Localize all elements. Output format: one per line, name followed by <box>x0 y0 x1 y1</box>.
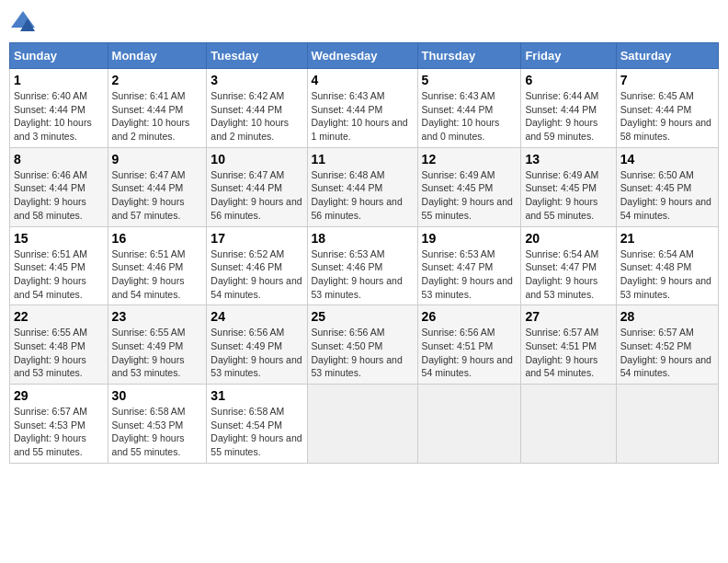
day-header-saturday: Saturday <box>616 43 718 69</box>
day-number: 23 <box>112 309 203 324</box>
calendar-cell: 13 Sunrise: 6:49 AMSunset: 4:45 PMDaylig… <box>521 147 616 226</box>
day-number: 10 <box>210 152 302 167</box>
calendar-cell: 7 Sunrise: 6:45 AMSunset: 4:44 PMDayligh… <box>616 69 718 148</box>
day-header-thursday: Thursday <box>417 43 521 69</box>
calendar-cell: 21 Sunrise: 6:54 AMSunset: 4:48 PMDaylig… <box>616 226 718 305</box>
day-number: 8 <box>14 152 104 167</box>
day-number: 12 <box>422 152 518 167</box>
day-info: Sunrise: 6:40 AMSunset: 4:44 PMDaylight:… <box>14 90 92 142</box>
calendar-cell: 8 Sunrise: 6:46 AMSunset: 4:44 PMDayligh… <box>10 147 108 226</box>
day-header-monday: Monday <box>108 43 207 69</box>
day-info: Sunrise: 6:57 AMSunset: 4:52 PMDaylight:… <box>620 327 711 378</box>
calendar-cell: 5 Sunrise: 6:43 AMSunset: 4:44 PMDayligh… <box>417 69 521 148</box>
calendar-week-3: 15 Sunrise: 6:51 AMSunset: 4:45 PMDaylig… <box>10 226 719 305</box>
calendar-week-4: 22 Sunrise: 6:55 AMSunset: 4:48 PMDaylig… <box>10 305 719 385</box>
day-info: Sunrise: 6:55 AMSunset: 4:48 PMDaylight:… <box>14 327 87 378</box>
day-info: Sunrise: 6:49 AMSunset: 4:45 PMDaylight:… <box>525 169 598 221</box>
calendar-cell: 14 Sunrise: 6:50 AMSunset: 4:45 PMDaylig… <box>616 147 718 226</box>
day-info: Sunrise: 6:57 AMSunset: 4:53 PMDaylight:… <box>14 406 87 457</box>
day-info: Sunrise: 6:58 AMSunset: 4:53 PMDaylight:… <box>112 406 186 457</box>
calendar-cell: 28 Sunrise: 6:57 AMSunset: 4:52 PMDaylig… <box>616 305 718 385</box>
day-info: Sunrise: 6:43 AMSunset: 4:44 PMDaylight:… <box>422 90 500 142</box>
day-info: Sunrise: 6:57 AMSunset: 4:51 PMDaylight:… <box>525 327 598 378</box>
day-number: 5 <box>422 73 518 87</box>
day-number: 17 <box>210 231 302 246</box>
day-number: 16 <box>112 231 203 246</box>
calendar-cell: 27 Sunrise: 6:57 AMSunset: 4:51 PMDaylig… <box>521 305 616 385</box>
calendar-cell: 15 Sunrise: 6:51 AMSunset: 4:45 PMDaylig… <box>10 226 108 305</box>
day-number: 22 <box>14 309 104 324</box>
calendar-cell: 16 Sunrise: 6:51 AMSunset: 4:46 PMDaylig… <box>108 226 207 305</box>
day-number: 11 <box>312 152 414 167</box>
calendar-cell: 20 Sunrise: 6:54 AMSunset: 4:47 PMDaylig… <box>521 226 616 305</box>
day-info: Sunrise: 6:42 AMSunset: 4:44 PMDaylight:… <box>210 90 289 142</box>
logo-icon <box>9 9 37 37</box>
calendar-table: SundayMondayTuesdayWednesdayThursdayFrid… <box>9 42 719 464</box>
calendar-cell: 3 Sunrise: 6:42 AMSunset: 4:44 PMDayligh… <box>207 69 307 148</box>
day-number: 18 <box>312 231 414 246</box>
calendar-cell: 30 Sunrise: 6:58 AMSunset: 4:53 PMDaylig… <box>108 385 207 464</box>
day-info: Sunrise: 6:48 AMSunset: 4:44 PMDaylight:… <box>312 169 403 221</box>
day-info: Sunrise: 6:54 AMSunset: 4:48 PMDaylight:… <box>620 248 711 300</box>
day-header-tuesday: Tuesday <box>207 43 307 69</box>
calendar-week-2: 8 Sunrise: 6:46 AMSunset: 4:44 PMDayligh… <box>10 147 719 226</box>
day-info: Sunrise: 6:45 AMSunset: 4:44 PMDaylight:… <box>620 90 711 142</box>
calendar-cell <box>616 385 718 464</box>
calendar-cell: 23 Sunrise: 6:55 AMSunset: 4:49 PMDaylig… <box>108 305 207 385</box>
calendar-cell: 1 Sunrise: 6:40 AMSunset: 4:44 PMDayligh… <box>10 69 108 148</box>
day-info: Sunrise: 6:53 AMSunset: 4:46 PMDaylight:… <box>312 248 403 300</box>
day-info: Sunrise: 6:44 AMSunset: 4:44 PMDaylight:… <box>525 90 598 142</box>
day-header-sunday: Sunday <box>10 43 108 69</box>
calendar-cell: 10 Sunrise: 6:47 AMSunset: 4:44 PMDaylig… <box>207 147 307 226</box>
calendar-cell <box>307 385 417 464</box>
day-info: Sunrise: 6:46 AMSunset: 4:44 PMDaylight:… <box>14 169 87 221</box>
day-info: Sunrise: 6:58 AMSunset: 4:54 PMDaylight:… <box>210 406 301 457</box>
calendar-cell: 6 Sunrise: 6:44 AMSunset: 4:44 PMDayligh… <box>521 69 616 148</box>
day-number: 26 <box>422 309 518 324</box>
day-info: Sunrise: 6:54 AMSunset: 4:47 PMDaylight:… <box>525 248 598 300</box>
day-info: Sunrise: 6:56 AMSunset: 4:50 PMDaylight:… <box>312 327 403 378</box>
day-number: 3 <box>210 73 302 87</box>
day-info: Sunrise: 6:56 AMSunset: 4:51 PMDaylight:… <box>422 327 513 378</box>
calendar-week-1: 1 Sunrise: 6:40 AMSunset: 4:44 PMDayligh… <box>10 69 719 148</box>
day-info: Sunrise: 6:47 AMSunset: 4:44 PMDaylight:… <box>112 169 186 221</box>
day-info: Sunrise: 6:53 AMSunset: 4:47 PMDaylight:… <box>422 248 513 300</box>
day-info: Sunrise: 6:47 AMSunset: 4:44 PMDaylight:… <box>210 169 301 221</box>
calendar-cell: 11 Sunrise: 6:48 AMSunset: 4:44 PMDaylig… <box>307 147 417 226</box>
calendar-cell: 29 Sunrise: 6:57 AMSunset: 4:53 PMDaylig… <box>10 385 108 464</box>
day-number: 13 <box>525 152 611 167</box>
calendar-cell: 12 Sunrise: 6:49 AMSunset: 4:45 PMDaylig… <box>417 147 521 226</box>
calendar-cell: 2 Sunrise: 6:41 AMSunset: 4:44 PMDayligh… <box>108 69 207 148</box>
header <box>9 9 719 37</box>
day-info: Sunrise: 6:51 AMSunset: 4:46 PMDaylight:… <box>112 248 186 300</box>
day-number: 4 <box>312 73 414 87</box>
day-info: Sunrise: 6:41 AMSunset: 4:44 PMDaylight:… <box>112 90 190 142</box>
day-number: 25 <box>312 309 414 324</box>
day-number: 29 <box>14 388 104 403</box>
day-info: Sunrise: 6:49 AMSunset: 4:45 PMDaylight:… <box>422 169 513 221</box>
day-info: Sunrise: 6:43 AMSunset: 4:44 PMDaylight:… <box>312 90 408 142</box>
logo <box>9 9 40 37</box>
day-number: 19 <box>422 231 518 246</box>
day-number: 6 <box>525 73 611 87</box>
day-number: 2 <box>112 73 203 87</box>
day-number: 20 <box>525 231 611 246</box>
calendar-cell: 26 Sunrise: 6:56 AMSunset: 4:51 PMDaylig… <box>417 305 521 385</box>
day-number: 1 <box>14 73 104 87</box>
day-number: 31 <box>210 388 302 403</box>
day-number: 15 <box>14 231 104 246</box>
calendar-week-5: 29 Sunrise: 6:57 AMSunset: 4:53 PMDaylig… <box>10 385 719 464</box>
header-row: SundayMondayTuesdayWednesdayThursdayFrid… <box>10 43 719 69</box>
calendar-cell: 19 Sunrise: 6:53 AMSunset: 4:47 PMDaylig… <box>417 226 521 305</box>
day-info: Sunrise: 6:52 AMSunset: 4:46 PMDaylight:… <box>210 248 301 300</box>
calendar-cell: 22 Sunrise: 6:55 AMSunset: 4:48 PMDaylig… <box>10 305 108 385</box>
day-number: 24 <box>210 309 302 324</box>
calendar-cell: 25 Sunrise: 6:56 AMSunset: 4:50 PMDaylig… <box>307 305 417 385</box>
calendar-cell: 9 Sunrise: 6:47 AMSunset: 4:44 PMDayligh… <box>108 147 207 226</box>
calendar-cell <box>521 385 616 464</box>
day-number: 9 <box>112 152 203 167</box>
calendar-cell: 18 Sunrise: 6:53 AMSunset: 4:46 PMDaylig… <box>307 226 417 305</box>
day-number: 30 <box>112 388 203 403</box>
day-number: 27 <box>525 309 611 324</box>
calendar-cell: 31 Sunrise: 6:58 AMSunset: 4:54 PMDaylig… <box>207 385 307 464</box>
